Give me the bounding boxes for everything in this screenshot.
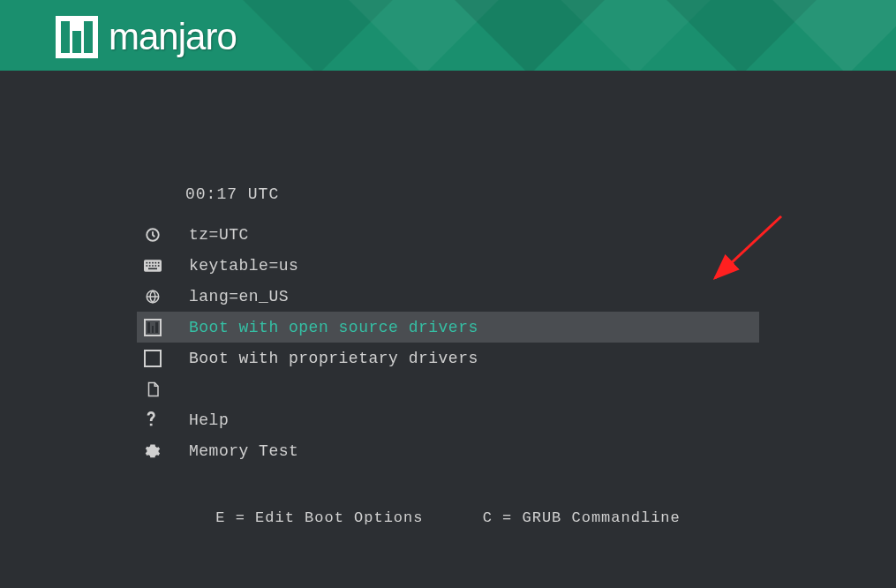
manjaro-mini-icon xyxy=(140,315,165,340)
document-icon xyxy=(140,377,165,402)
manjaro-logo-icon xyxy=(56,16,98,58)
brand-name: manjaro xyxy=(109,16,237,58)
svg-rect-8 xyxy=(149,265,151,267)
menu-label: Boot with open source drivers xyxy=(189,319,478,336)
hint-grub: C = GRUB Commandline xyxy=(483,509,681,526)
menu-item-timezone[interactable]: tz=UTC xyxy=(137,219,896,250)
svg-rect-4 xyxy=(152,261,154,263)
svg-rect-7 xyxy=(147,265,148,267)
svg-rect-5 xyxy=(155,261,157,263)
svg-rect-9 xyxy=(152,265,154,267)
menu-item-memtest[interactable]: Memory Test xyxy=(137,435,896,466)
menu-item-boot-proprietary[interactable]: Boot with proprietary drivers xyxy=(137,343,896,373)
menu-item-boot-opensource[interactable]: Boot with open source drivers xyxy=(137,312,759,343)
menu-label: Memory Test xyxy=(189,442,298,460)
menu-label: keytable=us xyxy=(189,257,298,275)
svg-rect-10 xyxy=(155,265,157,267)
hint-edit: E = Edit Boot Options xyxy=(215,509,423,526)
boot-menu: 00:17 UTC tz=UTC xyxy=(0,71,896,466)
menu-label: tz=UTC xyxy=(189,226,249,244)
menu-item-help[interactable]: Help xyxy=(137,404,896,435)
menu-item-lang[interactable]: lang=en_US xyxy=(137,281,896,312)
header-banner: manjaro xyxy=(0,0,896,71)
brand-logo: manjaro xyxy=(56,16,237,58)
clock-display: 00:17 UTC xyxy=(185,185,896,203)
svg-rect-2 xyxy=(147,261,148,263)
menu-label: Boot with proprietary drivers xyxy=(189,350,478,367)
menu-item-separator[interactable] xyxy=(137,373,896,404)
svg-rect-12 xyxy=(148,268,157,269)
clock-icon xyxy=(140,222,165,247)
menu-label: lang=en_US xyxy=(189,288,289,305)
menu-label: Help xyxy=(189,411,229,429)
keyboard-icon xyxy=(140,253,165,278)
globe-icon xyxy=(140,284,165,309)
footer-hints: E = Edit Boot Options C = GRUB Commandli… xyxy=(0,509,896,526)
svg-rect-6 xyxy=(158,261,160,263)
svg-rect-3 xyxy=(149,261,151,263)
menu-item-keytable[interactable]: keytable=us xyxy=(137,250,896,281)
manjaro-mini-icon xyxy=(140,346,165,371)
gear-icon xyxy=(140,439,165,464)
svg-rect-11 xyxy=(158,265,160,267)
question-icon xyxy=(140,408,165,433)
